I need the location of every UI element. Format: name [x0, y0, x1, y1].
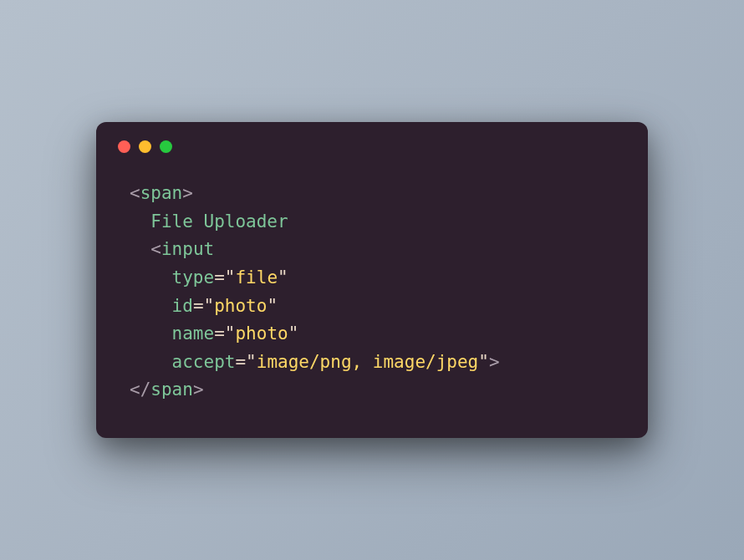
- equals: =: [214, 267, 225, 288]
- quote: ": [478, 352, 489, 372]
- quote: ": [278, 267, 288, 288]
- tag-name: span: [140, 183, 183, 203]
- maximize-icon[interactable]: [160, 140, 172, 153]
- indent: [130, 352, 172, 372]
- indent: [130, 323, 172, 344]
- minimize-icon[interactable]: [139, 140, 151, 153]
- indent: [130, 239, 150, 259]
- attr-value: file: [235, 267, 278, 288]
- quote: ": [246, 352, 257, 372]
- window-titlebar: [96, 122, 648, 168]
- attr-name: type: [172, 267, 215, 288]
- angle-bracket: <: [150, 239, 161, 259]
- angle-bracket: >: [193, 379, 204, 400]
- quote: ": [225, 323, 236, 344]
- quote: ": [267, 296, 278, 316]
- code-window: <span> File Uploader <input type="file" …: [96, 122, 648, 438]
- tag-name: input: [161, 239, 214, 259]
- attr-value: photo: [235, 323, 288, 344]
- equals: =: [193, 296, 204, 316]
- attr-name: id: [172, 296, 193, 316]
- indent: [130, 211, 150, 232]
- indent: [130, 296, 172, 316]
- angle-bracket: <: [130, 183, 140, 203]
- quote: ": [225, 267, 236, 288]
- equals: =: [235, 352, 246, 372]
- angle-bracket: </: [130, 379, 150, 400]
- close-icon[interactable]: [118, 140, 130, 153]
- angle-bracket: >: [182, 183, 193, 203]
- quote: ": [204, 296, 215, 316]
- quote: ": [288, 323, 299, 344]
- code-block: <span> File Uploader <input type="file" …: [96, 168, 648, 405]
- attr-value: image/png, image/jpeg: [257, 352, 479, 372]
- attr-value: photo: [214, 296, 267, 316]
- indent: [130, 267, 172, 288]
- tag-name: span: [150, 379, 193, 400]
- attr-name: accept: [172, 352, 236, 372]
- attr-name: name: [172, 323, 215, 344]
- angle-bracket: >: [489, 352, 500, 372]
- equals: =: [214, 323, 225, 344]
- text-content: File Uploader: [150, 211, 288, 232]
